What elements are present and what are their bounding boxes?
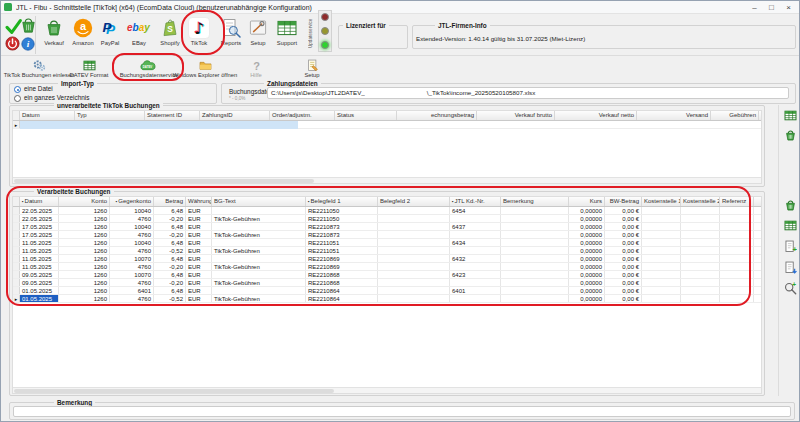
cell[interactable] — [450, 295, 501, 302]
cell[interactable]: 0,00000 — [569, 215, 605, 222]
cell[interactable]: 11.05.2025 — [20, 247, 59, 254]
cell[interactable]: 6,48 — [154, 287, 186, 294]
cell[interactable] — [378, 271, 450, 278]
table-row[interactable]: 11.05.20251260100406,48EURRE221105164340… — [13, 239, 761, 247]
import-sales-icon[interactable] — [782, 197, 798, 213]
cell[interactable]: 11.05.2025 — [20, 255, 59, 262]
cell[interactable] — [642, 295, 681, 302]
cell[interactable]: -0,20 — [154, 279, 186, 286]
cell[interactable]: 09.05.2025 — [20, 279, 59, 286]
column-header[interactable]: Datum — [20, 111, 75, 120]
cell[interactable]: EUR — [186, 295, 212, 302]
cell[interactable]: 0,00000 — [569, 295, 605, 302]
cell[interactable]: 0,00 € — [605, 295, 642, 302]
cell[interactable]: 10040 — [110, 207, 154, 214]
cell[interactable]: 0,00000 — [569, 271, 605, 278]
cell[interactable]: EUR — [186, 255, 212, 262]
cell[interactable]: TikTok-Gebühren — [212, 263, 306, 270]
table-row[interactable]: 11.05.202512604760-0,52EURTikTok-Gebühre… — [13, 247, 761, 255]
cell[interactable]: 01.05.2025 — [20, 287, 59, 294]
cell[interactable]: RE2210864 — [306, 295, 378, 302]
minimize-button[interactable]: – — [746, 1, 763, 14]
cell[interactable] — [378, 239, 450, 246]
cell[interactable]: 0,00000 — [569, 287, 605, 294]
cell[interactable]: EUR — [186, 263, 212, 270]
cell[interactable] — [642, 231, 681, 238]
cell[interactable]: 6423 — [450, 271, 501, 278]
cell[interactable]: 0,00000 — [569, 231, 605, 238]
cell[interactable]: EUR — [186, 207, 212, 214]
cell[interactable]: TikTok-Gebühren — [212, 295, 306, 302]
import-sales-icon[interactable] — [782, 127, 798, 143]
cell[interactable] — [501, 207, 569, 214]
cell[interactable]: -0,20 — [154, 215, 186, 222]
cell[interactable]: 6,48 — [154, 223, 186, 230]
cell[interactable] — [642, 271, 681, 278]
cell[interactable] — [720, 263, 754, 270]
cell[interactable]: 4760 — [110, 263, 154, 270]
cell[interactable]: 4760 — [110, 231, 154, 238]
cell[interactable] — [378, 223, 450, 230]
column-header[interactable]: Währung — [759, 111, 762, 120]
cell[interactable]: 1260 — [59, 231, 110, 238]
action-button-datev[interactable]: DATEV Format — [58, 58, 120, 81]
column-header[interactable]: Währung — [186, 197, 212, 206]
table-row[interactable]: 17.05.20251260100406,48EURRE221087364370… — [13, 223, 761, 231]
column-header[interactable]: echnungsbetrag — [397, 111, 477, 120]
column-header[interactable]: ▪Belegfeld 1 — [306, 197, 378, 206]
cell[interactable]: 0,00000 — [569, 223, 605, 230]
processed-table[interactable]: ▪DatumKonto▪GegenkontoBetragWährungBG-Te… — [12, 196, 762, 394]
cell[interactable]: 0,00000 — [569, 279, 605, 286]
maximize-button[interactable]: □ — [763, 1, 780, 14]
cell[interactable] — [378, 231, 450, 238]
cell[interactable] — [681, 239, 720, 246]
cell[interactable]: -0,20 — [154, 263, 186, 270]
cell[interactable]: 0,00000 — [569, 239, 605, 246]
cell[interactable] — [720, 223, 754, 230]
cell[interactable] — [378, 263, 450, 270]
action-button-setup2[interactable]: Setup — [294, 58, 330, 81]
cell[interactable]: 11.05.2025 — [20, 239, 59, 246]
cell[interactable] — [642, 287, 681, 294]
cell[interactable] — [681, 231, 720, 238]
cell[interactable]: RE2211050 — [306, 215, 378, 222]
cell[interactable]: 6401 — [110, 287, 154, 294]
column-header[interactable]: BG-Text — [212, 197, 306, 206]
cell[interactable]: 0,00 € — [605, 263, 642, 270]
table-row[interactable]: 22.05.202512604760-0,20EURTikTok-Gebühre… — [13, 215, 761, 223]
cell[interactable] — [501, 271, 569, 278]
cell[interactable] — [378, 255, 450, 262]
cell[interactable] — [681, 287, 720, 294]
cell[interactable] — [681, 223, 720, 230]
column-header[interactable]: Verkauf netto — [555, 111, 637, 120]
cell[interactable]: 6437 — [450, 223, 501, 230]
radio-unselected[interactable] — [14, 95, 21, 102]
column-header[interactable]: Bemerkung — [501, 197, 569, 206]
cell[interactable] — [501, 215, 569, 222]
cell[interactable] — [450, 215, 501, 222]
column-header[interactable]: Konto — [59, 197, 110, 206]
cell[interactable] — [378, 295, 450, 302]
cell[interactable] — [212, 255, 306, 262]
column-header[interactable]: Order/adjustm. — [270, 111, 335, 120]
cell[interactable]: RE2210873 — [306, 223, 378, 230]
table-row[interactable]: 01.05.2025126064016,48EURRE221086464010,… — [13, 287, 761, 295]
cell[interactable] — [681, 263, 720, 270]
cell[interactable] — [720, 207, 754, 214]
cell[interactable] — [642, 223, 681, 230]
upper-hscrollbar-thumb[interactable] — [14, 179, 314, 183]
table-export-icon[interactable] — [782, 217, 798, 233]
cell[interactable] — [681, 279, 720, 286]
cell[interactable]: 4760 — [110, 295, 154, 302]
zoom-plus-icon[interactable]: + — [782, 280, 798, 296]
cell[interactable]: 1260 — [59, 279, 110, 286]
cell[interactable]: RE2210869 — [306, 255, 378, 262]
cell[interactable] — [642, 207, 681, 214]
cell[interactable]: EUR — [186, 271, 212, 278]
cell[interactable] — [720, 287, 754, 294]
cell[interactable]: EUR — [186, 279, 212, 286]
cell[interactable] — [720, 239, 754, 246]
info-icon[interactable]: i — [20, 36, 36, 52]
cell[interactable]: 6432 — [450, 255, 501, 262]
cell[interactable] — [720, 295, 754, 302]
